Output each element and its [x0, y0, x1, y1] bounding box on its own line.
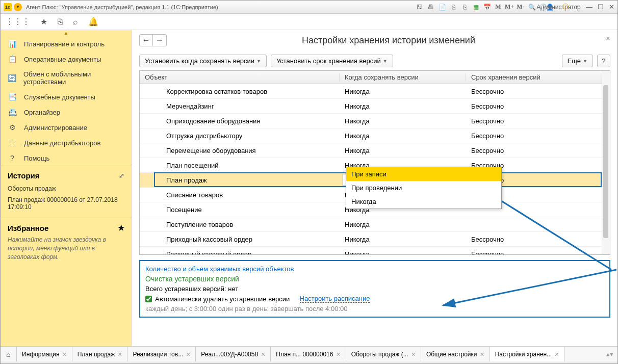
dropdown-option[interactable]: При записи	[346, 167, 501, 181]
command-bar: Установить когда сохранять версии▼ Устан…	[132, 51, 617, 70]
tab-close-icon[interactable]: ×	[261, 350, 265, 358]
favorites-hint: Нажимайте на значок звездочка в истории,…	[8, 236, 124, 261]
nav-mobile-exchange[interactable]: 🔄Обмен с мобильными устройствами	[1, 67, 132, 89]
tab-close-icon[interactable]: ×	[186, 350, 190, 358]
organizer-icon: 📇	[8, 108, 17, 116]
app-logo-icon: 1c	[4, 3, 12, 11]
doc-icon[interactable]: 📄	[438, 3, 446, 11]
chart-icon: 📊	[8, 40, 17, 48]
stored-versions-link[interactable]: Количество и объем хранимых версий объек…	[145, 265, 294, 273]
tab-close-icon[interactable]: ×	[411, 350, 416, 358]
nav-service-docs[interactable]: 📑Служебные документы	[1, 89, 132, 105]
m-minus-button[interactable]: M-	[517, 3, 525, 11]
nav-distributor-data[interactable]: ⬚Данные дистрибьюторов	[1, 135, 132, 150]
cleanup-title: Очистка устаревших версий	[145, 275, 604, 283]
back-button[interactable]: ←	[140, 35, 153, 46]
outdated-count: Всего устаревших версий: нет	[145, 285, 604, 293]
table-row[interactable]: Расходный кассовый ордерНикогдаБессрочно	[140, 247, 602, 254]
col-when[interactable]: Когда сохранять версии	[340, 73, 466, 81]
m-plus-button[interactable]: M+	[505, 3, 513, 11]
table-scrollbar[interactable]	[602, 71, 610, 254]
window-tab[interactable]: Общие настройки×	[421, 347, 490, 361]
table-row[interactable]: МерчендайзингНикогдаБессрочно	[140, 99, 602, 114]
set-retention-button[interactable]: Установить срок хранения версий▼	[271, 55, 393, 67]
window-tab[interactable]: Реал...00УД-А00058×	[196, 347, 271, 361]
history-expand-icon[interactable]: ⤢	[119, 172, 124, 179]
history-item[interactable]: План продаж 000000016 от 27.07.2018 17:0…	[8, 194, 124, 213]
window-title: Агент Плюс: "Управление дистрибуцией", р…	[26, 4, 416, 10]
col-object[interactable]: Объект	[140, 73, 340, 81]
history-header: История ⤢	[1, 166, 132, 183]
table-row[interactable]: Отгрузка дистрибьюторуНикогдаБессрочно	[140, 128, 602, 143]
more-button[interactable]: Еще▼	[562, 55, 593, 67]
dropdown-option[interactable]: При проведении	[346, 181, 501, 195]
tab-close-icon[interactable]: ×	[555, 350, 559, 358]
tab-close-icon[interactable]: ×	[62, 350, 66, 358]
col-retention[interactable]: Срок хранения версий	[466, 73, 602, 81]
close-button[interactable]: ✕	[609, 3, 614, 11]
window-tab[interactable]: Настройки хранен...×	[490, 347, 565, 361]
calendar-icon[interactable]: 📅	[483, 3, 491, 11]
nav-help[interactable]: ?Помощь	[1, 150, 132, 166]
star-icon[interactable]: ★	[118, 223, 124, 232]
nav-admin[interactable]: ⚙Администрирование	[1, 120, 132, 135]
nav-planning[interactable]: 📊Планирование и контроль	[1, 36, 132, 51]
dropdown-option[interactable]: Никогда	[346, 195, 501, 209]
info-dd-icon[interactable]: ▼	[573, 3, 581, 11]
window-tab[interactable]: Информация×	[17, 347, 72, 361]
table-row[interactable]: Корректировка остатков товаровНикогдаБес…	[140, 84, 602, 99]
save-icon[interactable]: 🖫	[416, 3, 424, 11]
search-icon[interactable]: ⌕	[73, 17, 78, 27]
apps-icon[interactable]: ⋮⋮⋮	[6, 17, 30, 27]
tab-close-icon[interactable]: ×	[480, 350, 484, 358]
home-tab[interactable]: ⌂	[1, 347, 17, 361]
doc-icon: 📋	[8, 55, 17, 63]
user-label[interactable]: 👤 Администратор	[550, 3, 558, 11]
bell-icon[interactable]: 🔔	[88, 17, 98, 27]
table-header: Объект Когда сохранять версии Срок хране…	[140, 71, 602, 84]
app-menu-dropdown[interactable]: ▼	[14, 3, 22, 11]
history-item[interactable]: Обороты продаж	[8, 183, 124, 194]
minimize-button[interactable]: —	[586, 3, 593, 11]
nav-scroll-up[interactable]: ▲	[1, 30, 132, 36]
table-row[interactable]: Приходный кассовый ордерНикогдаБессрочно	[140, 232, 602, 247]
table-row[interactable]: Перемещение оборудованияНикогдаБессрочно	[140, 143, 602, 158]
bottom-tabs: ⌂ Информация×План продаж×Реализации тов.…	[1, 346, 617, 361]
m-button[interactable]: M	[494, 3, 502, 11]
table-row[interactable]: Оприходование оборудованияНикогдаБессроч…	[140, 114, 602, 128]
help-button[interactable]: ?	[597, 55, 610, 67]
tabs-scroll-icon[interactable]: ▴▾	[606, 350, 613, 358]
auto-delete-checkbox[interactable]	[145, 296, 152, 302]
tab-close-icon[interactable]: ×	[118, 350, 122, 358]
window-tab[interactable]: Обороты продаж (...×	[346, 347, 421, 361]
tab-close-icon[interactable]: ×	[336, 350, 340, 358]
forward-button[interactable]: →	[153, 35, 166, 46]
star-icon[interactable]: ★	[40, 17, 47, 27]
titlebar-tools: 🖫 🖶 📄 ⎘ ⎘ ▦ 📅 M M+ M- 🔍 🕓 👤 Администрато…	[416, 3, 581, 11]
nav-organizer[interactable]: 📇Органайзер	[1, 105, 132, 120]
window-tab[interactable]: План п... 000000016×	[271, 347, 346, 361]
compare-icon[interactable]: ⎘	[449, 3, 457, 11]
table-row[interactable]: Поступление товаровНикогда	[140, 217, 602, 232]
copy-icon[interactable]: ⎘	[460, 3, 469, 11]
window-tab[interactable]: Реализации тов...×	[127, 347, 196, 361]
maximize-button[interactable]: ☐	[598, 3, 604, 11]
calc-icon[interactable]: ▦	[472, 3, 480, 11]
sidebar: ▲ 📊Планирование и контроль 📋Оперативные …	[1, 30, 132, 346]
set-when-save-button[interactable]: Установить когда сохранять версии▼	[139, 55, 267, 67]
when-save-dropdown: При записи При проведении Никогда	[346, 167, 502, 209]
zoom-icon[interactable]: 🔍	[528, 3, 536, 11]
info-icon[interactable]: ⓘ	[561, 3, 570, 11]
nav-back-forward: ← →	[139, 34, 167, 46]
window-tab[interactable]: План продаж×	[72, 347, 128, 361]
close-page-button[interactable]: ×	[606, 34, 610, 43]
clipboard-icon[interactable]: ⎘	[58, 17, 63, 27]
objects-table: Объект Когда сохранять версии Срок хране…	[139, 70, 610, 255]
configure-schedule-link[interactable]: Настроить расписание	[300, 295, 370, 303]
cleanup-panel: Количество и объем хранимых версий объек…	[139, 260, 610, 318]
main-toolbar: ⋮⋮⋮ ★ ⎘ ⌕ 🔔	[1, 14, 617, 30]
print-icon[interactable]: 🖶	[427, 3, 435, 11]
help-icon: ?	[8, 154, 17, 162]
nav-operational-docs[interactable]: 📋Оперативные документы	[1, 51, 132, 67]
schedule-text: каждый день; с 3:00:00 один раз в день; …	[145, 305, 604, 313]
